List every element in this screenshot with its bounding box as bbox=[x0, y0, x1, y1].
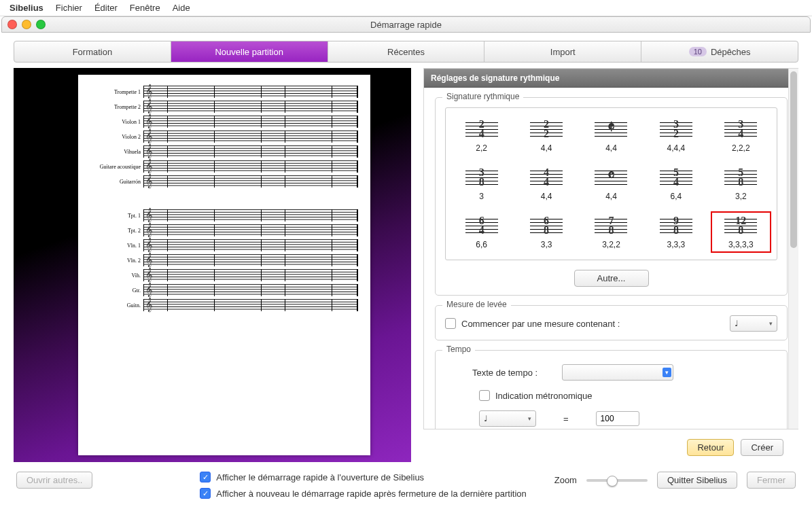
staff: 𝄞 bbox=[143, 224, 358, 236]
instrument-label: Vih. bbox=[88, 272, 143, 279]
time-signature-option[interactable]: 𝄴4,4 bbox=[581, 163, 641, 205]
quit-button[interactable]: Quitter Sibelius bbox=[657, 472, 737, 489]
time-signature-option[interactable]: 546,4 bbox=[646, 163, 706, 205]
time-signature-option[interactable]: 𝄵4,4 bbox=[581, 115, 641, 156]
chevron-down-icon: ▾ bbox=[769, 320, 773, 327]
time-signature-option[interactable]: 983,3,3 bbox=[646, 211, 706, 253]
tab-formation[interactable]: Formation bbox=[14, 41, 171, 62]
window-title: Démarrage rapide bbox=[2, 20, 810, 30]
time-signature-option[interactable]: 242,2 bbox=[451, 115, 512, 156]
scrollbar-thumb[interactable] bbox=[790, 71, 797, 248]
staff-row: Guitare acoustique𝄞 bbox=[88, 159, 358, 174]
instrument-label: Vln. 2 bbox=[88, 258, 143, 264]
tab-recentes[interactable]: Récentes bbox=[328, 41, 485, 62]
staff-row: Vln. 2𝄞 bbox=[88, 253, 358, 268]
zoom-label: Zoom bbox=[554, 475, 577, 485]
staff-row: Vihuela𝄞 bbox=[88, 144, 358, 159]
staff-row: Guitarrón𝄞 bbox=[88, 174, 358, 189]
time-signature-label: 4,4 bbox=[541, 143, 552, 153]
show-after-close-checkbox[interactable]: ✓ bbox=[200, 488, 211, 499]
staff: 𝄞 bbox=[143, 101, 358, 113]
tab-nouvelle-partition[interactable]: Nouvelle partition bbox=[171, 41, 328, 62]
chevron-down-icon: ▾ bbox=[528, 415, 531, 422]
staff-row: Trompette 2𝄞 bbox=[88, 99, 358, 114]
equals-label: = bbox=[563, 414, 569, 424]
metronome-value-input[interactable] bbox=[596, 411, 639, 426]
zoom-slider[interactable] bbox=[586, 479, 648, 482]
open-others-button[interactable]: Ouvrir autres.. bbox=[16, 472, 92, 489]
staff: 𝄞 bbox=[143, 254, 358, 266]
menu-file[interactable]: Fichier bbox=[56, 3, 82, 13]
staff: 𝄞 bbox=[143, 284, 358, 296]
tempo-text-label: Texte de tempo : bbox=[472, 368, 537, 378]
time-signature-option[interactable]: 383 bbox=[451, 163, 512, 205]
tab-depeches[interactable]: 10 Dépêches bbox=[641, 41, 798, 62]
staff-row: Vih.𝄞 bbox=[88, 268, 358, 283]
close-icon[interactable] bbox=[7, 20, 17, 29]
metronome-label: Indication métronomique bbox=[495, 391, 592, 401]
time-signature-option[interactable]: 444,4 bbox=[516, 163, 576, 205]
staff: 𝄞 bbox=[143, 239, 358, 251]
score-page: Trompette 1𝄞Trompette 2𝄞Violon 1𝄞Violon … bbox=[78, 75, 370, 455]
instrument-label: Guitarrón bbox=[88, 179, 143, 185]
show-on-startup-checkbox[interactable]: ✓ bbox=[200, 472, 211, 482]
staff: 𝄞 bbox=[143, 145, 358, 158]
menu-app[interactable]: Sibelius bbox=[10, 3, 43, 13]
depeches-badge: 10 bbox=[689, 47, 707, 56]
staff-row: Violon 2𝄞 bbox=[88, 129, 358, 144]
menu-window[interactable]: Fenêtre bbox=[130, 3, 160, 13]
settings-scroll: Réglages de signature rythmique Signatur… bbox=[423, 68, 798, 429]
staff-row: Tpt. 2𝄞 bbox=[88, 223, 358, 238]
time-signature-option[interactable]: 583,2 bbox=[711, 163, 771, 205]
instrument-label: Tpt. 1 bbox=[88, 213, 143, 219]
time-signature-label: 3,3,3,3 bbox=[728, 240, 754, 249]
time-signature-label: 3,2 bbox=[735, 192, 747, 201]
menubar: Sibelius Fichier Éditer Fenêtre Aide bbox=[0, 0, 812, 16]
time-signature-option[interactable]: 342,2,2 bbox=[711, 115, 771, 156]
minimize-icon[interactable] bbox=[22, 20, 31, 29]
window-controls bbox=[7, 20, 46, 29]
titlebar: Démarrage rapide bbox=[1, 16, 811, 33]
instrument-label: Guitn. bbox=[88, 302, 143, 309]
group-time-signature: Signature rythmique 242,2224,4𝄵4,4324,4,… bbox=[435, 97, 788, 296]
score-preview: Trompette 1𝄞Trompette 2𝄞Violon 1𝄞Violon … bbox=[14, 68, 411, 462]
panel-heading: Réglages de signature rythmique bbox=[424, 69, 798, 88]
zoom-slider-knob[interactable] bbox=[607, 476, 618, 487]
pickup-value-select[interactable]: ♩▾ bbox=[730, 315, 777, 332]
zoom-icon[interactable] bbox=[36, 20, 46, 29]
chevron-down-icon: ▾ bbox=[663, 368, 671, 377]
time-signature-option[interactable]: 324,4,4 bbox=[646, 115, 706, 156]
time-signature-label: 3 bbox=[479, 192, 484, 201]
staff: 𝄞 bbox=[143, 269, 358, 281]
time-signature-option[interactable]: 783,2,2 bbox=[581, 211, 641, 253]
time-signature-option[interactable]: 1283,3,3,3 bbox=[711, 211, 771, 253]
staff: 𝄞 bbox=[143, 160, 358, 173]
time-signature-label: 6,4 bbox=[671, 192, 682, 201]
time-signature-option[interactable]: 646,6 bbox=[451, 211, 512, 253]
staff-row: Guitn.𝄞 bbox=[88, 298, 358, 313]
time-signature-option[interactable]: 224,4 bbox=[516, 115, 576, 156]
close-button[interactable]: Fermer bbox=[747, 472, 796, 489]
pickup-checkbox[interactable] bbox=[445, 318, 456, 329]
staff: 𝄞 bbox=[143, 130, 358, 143]
instrument-label: Violon 2 bbox=[88, 134, 143, 140]
create-button[interactable]: Créer bbox=[741, 439, 783, 456]
instrument-label: Guitare acoustique bbox=[88, 164, 143, 170]
pickup-label: Commencer par une mesure contenant : bbox=[461, 319, 620, 329]
tempo-text-select[interactable]: ▾ bbox=[562, 364, 673, 381]
other-button[interactable]: Autre... bbox=[574, 270, 649, 287]
time-signature-label: 3,3 bbox=[541, 240, 552, 249]
instrument-label: Trompette 1 bbox=[88, 89, 143, 95]
back-button[interactable]: Retour bbox=[687, 439, 734, 456]
instrument-label: Trompette 2 bbox=[88, 104, 143, 110]
metronome-note-select[interactable]: ♩▾ bbox=[479, 410, 536, 427]
menu-help[interactable]: Aide bbox=[173, 3, 190, 13]
time-signature-label: 4,4 bbox=[605, 143, 617, 153]
time-signature-label: 3,3,3 bbox=[667, 240, 686, 249]
time-signature-option[interactable]: 683,3 bbox=[516, 211, 576, 253]
scrollbar[interactable] bbox=[788, 69, 798, 429]
menu-edit[interactable]: Éditer bbox=[94, 3, 118, 13]
tab-import[interactable]: Import bbox=[484, 41, 641, 62]
metronome-checkbox[interactable] bbox=[479, 390, 490, 401]
staff-row: Gtr.𝄞 bbox=[88, 283, 358, 298]
